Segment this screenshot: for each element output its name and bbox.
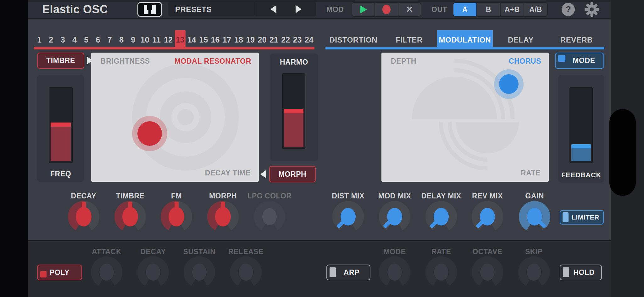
keyboard-icon[interactable] [137,2,162,17]
mod-mix-label: MOD MIX [368,192,421,200]
gear-icon[interactable] [584,2,599,17]
step-3[interactable]: 3 [58,30,68,49]
xy-cursor[interactable] [499,74,519,94]
mode-button[interactable]: MODE [555,53,604,69]
mode-button-label: MODE [573,56,595,65]
step-23[interactable]: 23 [292,30,303,49]
decay-label: DECAY [57,192,110,200]
mod-mix-knob[interactable] [379,201,410,232]
harmo-label: HARMO [270,58,318,66]
feedback-slider-fill [571,144,591,162]
env-release-knob-cap [239,264,253,281]
freq-slider[interactable] [49,87,73,163]
arp-octave-label: OCTAVE [461,248,514,256]
step-18[interactable]: 18 [233,30,244,49]
fx-tab-row: DISTORTIONFILTERMODULATIONDELAYREVERB [325,30,604,49]
gain-knob-cap [527,208,542,226]
limiter-button[interactable]: LIMITER [560,210,604,225]
arp-mode-label: MODE [368,248,421,256]
step-22[interactable]: 22 [280,30,291,49]
delay-mix-knob-cap [434,208,449,226]
rev-mix-knob[interactable] [472,201,503,232]
xy-cursor[interactable] [137,121,162,146]
step-20[interactable]: 20 [257,30,268,49]
fm-knob-cap [169,207,184,226]
tab-reverb[interactable]: REVERB [549,30,604,49]
env-sustain-knob-cap [192,264,207,281]
preset-selector[interactable]: PRESETS [168,2,316,16]
lpg-color-knob [254,201,285,232]
step-10[interactable]: 10 [140,30,150,49]
mode-indicator [558,55,565,62]
rev-mix-label: REV MIX [461,192,514,200]
step-11[interactable]: 11 [151,30,162,49]
hold-button[interactable]: HOLD [560,265,602,280]
preset-next-icon[interactable] [296,5,302,13]
step-5[interactable]: 5 [81,30,92,49]
arp-button[interactable]: ARP [326,265,370,280]
gain-knob[interactable] [519,201,550,232]
mod-record-button[interactable] [375,3,398,16]
out-a+b[interactable]: A+B [501,3,524,16]
poly-indicator [40,271,47,277]
bullseye-center [177,109,194,125]
morph-arrow-icon [260,170,266,178]
step-19[interactable]: 19 [245,30,256,49]
step-9[interactable]: 9 [128,30,138,49]
left-bezel [0,0,28,297]
step-17[interactable]: 17 [222,30,232,49]
decay-knob[interactable] [68,201,99,232]
out-a/b[interactable]: A/B [524,3,547,16]
feedback-slider[interactable] [569,87,593,163]
harmo-slider[interactable] [282,73,305,149]
step-6[interactable]: 6 [92,30,103,49]
step-8[interactable]: 8 [116,30,127,49]
env-attack-knob [91,256,122,288]
arp-mode-knob [379,256,410,288]
arp-octave-knob [472,256,503,288]
top-bar: Elastic OSC PRESETS MOD ✕ OUT ABA+BA/B ? [28,0,611,19]
tab-filter[interactable]: FILTER [381,30,437,49]
poly-button[interactable]: POLY [37,265,82,280]
fm-knob[interactable] [161,201,192,232]
env-sustain-label: SUSTAIN [173,248,226,256]
feedback-slider-panel: FEEDBACK [558,75,604,183]
timbre-knob[interactable] [114,201,146,232]
oscillator-xy-pad[interactable]: BRIGHTNESS MODAL RESONATOR DECAY TIME [91,53,259,182]
step-14[interactable]: 14 [186,30,197,49]
env-release-label: RELEASE [219,248,273,256]
delay-mix-knob[interactable] [425,201,457,232]
step-16[interactable]: 16 [210,30,220,49]
step-7[interactable]: 7 [104,30,115,49]
step-1[interactable]: 1 [34,30,45,49]
tab-modulation[interactable]: MODULATION [437,30,493,49]
out-a[interactable]: A [453,3,477,16]
help-icon[interactable]: ? [562,3,575,16]
arp-skip-label: SKIP [507,248,561,256]
app-window: Elastic OSC PRESETS MOD ✕ OUT ABA+BA/B ? [0,0,644,297]
mod-section-label: MOD [326,1,344,18]
dist-mix-knob[interactable] [332,201,364,232]
morph-button[interactable]: MORPH [269,166,316,182]
preset-prev-icon[interactable] [270,5,276,13]
harmo-slider-panel: HARMO [270,54,318,161]
step-4[interactable]: 4 [69,30,80,49]
out-b[interactable]: B [477,3,501,16]
step-21[interactable]: 21 [269,30,279,49]
timbre-button[interactable]: TIMBRE [37,53,84,69]
step-12[interactable]: 12 [163,30,174,49]
freq-label: FREQ [37,170,84,178]
step-13[interactable]: 13 [175,30,186,49]
env-attack-knob-cap [99,264,114,281]
step-15[interactable]: 15 [198,30,209,49]
modulation-xy-pad[interactable]: DEPTH CHORUS RATE [381,53,549,182]
mod-play-button[interactable] [352,3,375,16]
tab-distortion[interactable]: DISTORTION [325,30,381,49]
morph-knob[interactable] [207,201,239,232]
fm-label: FM [150,192,203,200]
mod-clear-button[interactable]: ✕ [398,3,421,16]
record-icon [382,5,391,14]
step-2[interactable]: 2 [46,30,56,49]
step-24[interactable]: 24 [304,30,314,49]
tab-delay[interactable]: DELAY [493,30,548,49]
